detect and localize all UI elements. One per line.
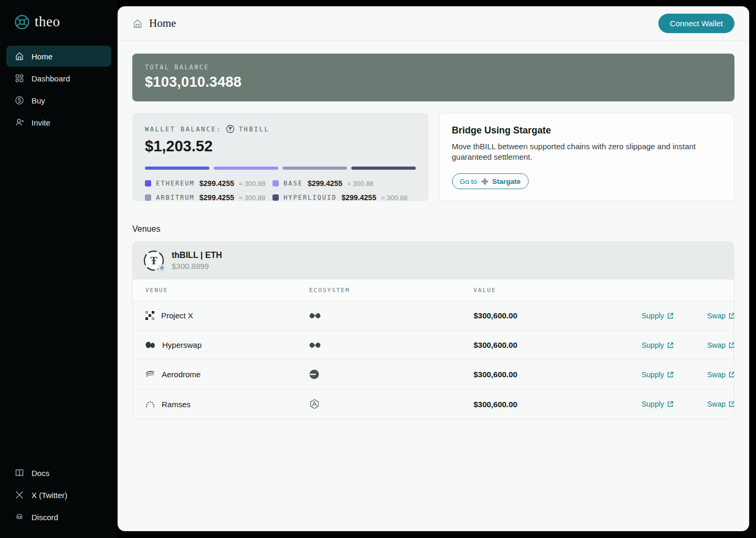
dollar-circle-icon [15,96,24,105]
bridge-card: Bridge Using Stargate Move thBILL betwee… [439,113,735,201]
chain-name: HYPERLIQUID [284,194,337,201]
bridge-title: Bridge Using Stargate [452,125,722,136]
supply-label: Supply [642,341,664,349]
sidebar-item-label: Dashboard [32,74,70,83]
total-balance-label: TOTAL BALANCE [145,64,722,71]
swap-label: Swap [707,370,726,379]
sidebar-item-twitter[interactable]: X (Twitter) [6,484,111,505]
supply-link[interactable]: Supply [642,312,674,320]
supply-link[interactable]: Supply [642,400,674,408]
venue-cell: Hyperswap [145,340,309,349]
supply-link[interactable]: Supply [642,341,674,349]
chain-value: $299.4255 [341,193,376,202]
sidebar-item-home[interactable]: Home [6,46,111,67]
chain-approx: ≈ 300.88 [239,194,266,202]
chain-approx: ≈ 300.88 [381,194,408,202]
wallet-balance-label: WALLET BALANCE: [145,126,222,133]
cards-row: WALLET BALANCE: THBILL $1,203.52 [132,113,734,201]
column-value: VALUE [474,287,642,294]
theo-logo-icon [15,15,29,29]
sidebar-item-label: Docs [32,469,49,478]
chain-name: BASE [284,180,303,187]
bar-segment-arbitrum [282,167,347,170]
bar-segment-hyperliquid [351,167,416,170]
venue-value: $300,600.00 [474,370,642,379]
svg-text:Ŧ: Ŧ [150,255,158,266]
sidebar-item-invite[interactable]: Invite [6,112,111,133]
go-to-label: Go to [460,178,477,185]
dashboard-icon [15,74,24,83]
swap-link[interactable]: Swap [707,400,734,408]
sidebar-item-dashboard[interactable]: Dashboard [6,68,111,89]
sidebar: theo Home Dashboard Buy Invite [0,0,118,538]
external-link-icon [729,313,734,319]
sidebar-item-label: X (Twitter) [32,491,67,500]
venues-table-header: VENUE ECOSYSTEM VALUE [133,280,734,301]
swap-link[interactable]: Swap [707,312,734,320]
external-link-icon [667,371,674,378]
go-to-stargate-button[interactable]: Go to Stargate [452,173,529,189]
chain-name: ETHEREUM [156,180,195,187]
bar-segment-base [214,167,278,170]
ramses-ecosystem-icon [309,399,474,409]
hyperliquid-ecosystem-icon [309,340,474,350]
thbill-eth-token-badge: Ŧ [143,250,164,271]
swap-label: Swap [707,400,726,408]
wallet-token-label: THBILL [239,126,269,133]
venue-name: Project X [161,311,193,320]
venue-value: $300,600.00 [474,400,642,409]
wallet-balance-value: $1,203.52 [145,138,416,155]
swap-label: Swap [707,312,726,320]
table-row: Aerodrome $300,600.00 Supply Swap [133,360,734,389]
swap-link[interactable]: Swap [707,341,734,349]
venues-card-header: Ŧ thBILL | ETH $300.8899 [133,242,734,280]
venues-card: Ŧ thBILL | ETH $300.8899 VENUE ECOSYSTEM… [132,241,734,419]
venue-cell: Ramses [145,400,309,409]
wallet-balance-label-row: WALLET BALANCE: THBILL [145,125,416,133]
x-twitter-icon [15,490,24,500]
hyperliquid-ecosystem-icon [309,311,474,320]
legend-item-ethereum: ETHEREUM $299.4255 ≈ 300.88 [145,179,272,188]
supply-link[interactable]: Supply [642,370,674,379]
bridge-description: Move thBILL between supported chains wit… [452,141,722,163]
column-venue: VENUE [145,287,309,294]
external-link-icon [667,342,674,348]
supply-label: Supply [642,370,664,379]
content: TOTAL BALANCE $103,010.3488 WALLET BALAN… [118,41,749,432]
swap-link[interactable]: Swap [707,370,734,379]
ethereum-color-chip [145,180,151,187]
external-link-icon [729,371,734,378]
external-link-icon [729,342,734,348]
brand-name: theo [35,14,60,30]
table-row: Project X $300,600.00 Supply Swap [133,301,734,330]
sidebar-item-discord[interactable]: Discord [6,506,111,527]
venues-heading: Venues [132,224,734,234]
stargate-label: Stargate [492,178,521,185]
breadcrumb: Home [132,17,176,30]
home-icon [132,18,143,29]
sidebar-footer: Docs X (Twitter) Discord [6,462,111,527]
base-ecosystem-icon [309,369,474,379]
eth-mini-icon [158,264,166,272]
base-color-chip [272,180,279,187]
sidebar-nav: Home Dashboard Buy Invite [6,46,111,133]
chain-allocation-bar [145,167,416,170]
thbill-token-icon [226,125,235,133]
arbitrum-color-chip [145,194,151,201]
venue-name: Aerodrome [162,370,201,379]
sidebar-item-docs[interactable]: Docs [6,462,111,483]
chain-name: ARBITRUM [156,194,195,201]
bar-segment-ethereum [145,167,209,170]
table-row: Hyperswap $300,600.00 Supply Swap [133,330,734,360]
sidebar-item-label: Buy [32,96,45,105]
connect-wallet-button[interactable]: Connect Wallet [658,14,734,33]
brand-logo[interactable]: theo [6,14,111,30]
person-icon [15,118,24,127]
legend-item-hyperliquid: HYPERLIQUID $299.4255 ≈ 300.88 [272,193,416,202]
pair-info: thBILL | ETH $300.8899 [172,251,222,271]
chain-legend: ETHEREUM $299.4255 ≈ 300.88 BASE $299.42… [145,179,416,202]
sidebar-item-buy[interactable]: Buy [6,90,111,111]
book-icon [15,468,24,478]
ramses-icon [145,400,155,408]
external-link-icon [729,401,734,407]
